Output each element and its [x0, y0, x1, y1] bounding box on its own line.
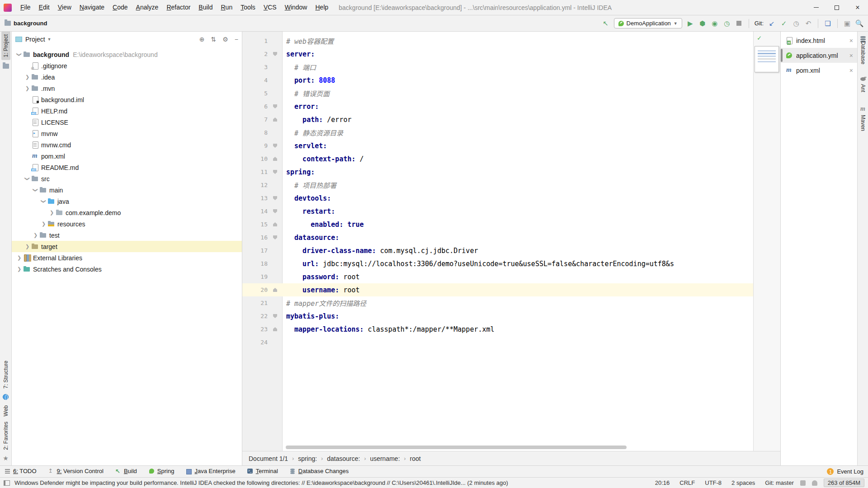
fold-open-icon[interactable] [273, 104, 277, 108]
code-line[interactable]: 16 datasource: [242, 231, 780, 244]
code-line[interactable]: 19 password: root [242, 270, 780, 283]
tool-button-ant[interactable]: Ant [859, 82, 868, 94]
menu-refactor[interactable]: Refactor [162, 0, 194, 15]
chevron-expanded-icon[interactable]: ❯ [41, 197, 47, 205]
menu-vcs[interactable]: VCS [259, 0, 281, 15]
tree-row[interactable]: ❯test [12, 230, 242, 241]
chevron-expanded-icon[interactable]: ❯ [24, 175, 30, 183]
fold-open-icon[interactable] [273, 235, 277, 239]
line-number[interactable]: 22 [242, 313, 268, 319]
line-number[interactable]: 9 [242, 142, 268, 149]
code-line[interactable]: 10 context-path: / [242, 152, 780, 165]
line-number[interactable]: 13 [242, 195, 268, 202]
git-rollback-icon[interactable]: ↶ [804, 19, 812, 28]
breadcrumb-item[interactable]: username: [370, 455, 400, 462]
breadcrumb-item[interactable]: Document 1/1 [249, 455, 288, 462]
tool-button-structure[interactable]: 7: Structure [1, 358, 10, 391]
menu-analyze[interactable]: Analyze [132, 0, 163, 15]
close-button[interactable]: × [847, 0, 868, 15]
settings-gear-icon[interactable]: ⚙ [222, 36, 228, 43]
git-history-icon[interactable]: ◷ [792, 19, 800, 28]
line-number[interactable]: 10 [242, 155, 268, 162]
code-line[interactable]: 11spring: [242, 165, 780, 178]
chevron-collapsed-icon[interactable]: ❯ [24, 85, 31, 91]
search-everywhere-icon[interactable]: 🔍 [855, 19, 863, 28]
tool-window-button-terminal[interactable]: Terminal [247, 468, 278, 474]
restore-layout-icon[interactable]: ▣ [843, 19, 851, 28]
breadcrumb-item[interactable]: spring: [298, 455, 317, 462]
menu-run[interactable]: Run [217, 0, 236, 15]
memory-indicator[interactable]: 263 of 854M [824, 479, 864, 487]
code-line[interactable]: 22mybatis-plus: [242, 310, 780, 323]
code-line[interactable]: 18 url: jdbc:mysql://localhost:3306/demo… [242, 257, 780, 270]
line-number[interactable]: 8 [242, 129, 268, 136]
line-number[interactable]: 19 [242, 273, 268, 280]
caret-position[interactable]: 20:16 [655, 479, 670, 486]
code-line[interactable]: 12 # 项目热部署 [242, 178, 780, 192]
tool-window-button-vcs[interactable]: 9: Version Control [48, 468, 104, 474]
code-line[interactable]: 15 enabled: true [242, 218, 780, 231]
code-line[interactable]: 23 mapper-locations: classpath*:/mapper/… [242, 323, 780, 336]
line-number[interactable]: 4 [242, 77, 268, 84]
line-number[interactable]: 23 [242, 326, 268, 333]
line-number[interactable]: 11 [242, 169, 268, 175]
status-message[interactable]: Windows Defender might be impacting your… [14, 479, 645, 486]
tab-close-icon[interactable]: × [848, 37, 854, 44]
tree-row[interactable]: ❯java [12, 196, 242, 207]
debug-button[interactable]: ⬢ [698, 19, 707, 28]
tool-button-maven[interactable]: Maven [859, 113, 868, 133]
line-number[interactable]: 15 [242, 221, 268, 228]
menu-build[interactable]: Build [194, 0, 217, 15]
fold-close-icon[interactable] [273, 157, 277, 161]
fold-close-icon[interactable] [273, 288, 277, 292]
tree-row[interactable]: .gitignore [12, 60, 242, 71]
fold-close-icon[interactable] [273, 222, 277, 226]
tool-window-button-spring[interactable]: Spring [149, 468, 175, 474]
code-line[interactable]: 17 driver-class-name: com.mysql.cj.jdbc.… [242, 244, 780, 257]
project-panel-title[interactable]: Project [25, 36, 45, 43]
chevron-collapsed-icon[interactable]: ❯ [32, 232, 39, 238]
tree-row[interactable]: ❯.mvn [12, 83, 242, 94]
tree-row[interactable]: ❯resources [12, 218, 242, 230]
editor-tab-pom-xml[interactable]: pom.xml× [781, 63, 857, 78]
code-line[interactable]: 9 servlet: [242, 139, 780, 152]
folder-tool-icon[interactable] [3, 64, 9, 69]
fold-open-icon[interactable] [273, 52, 277, 56]
tab-close-icon[interactable]: × [848, 52, 854, 59]
fold-open-icon[interactable] [273, 170, 277, 174]
tree-row[interactable]: ❯main [12, 184, 242, 196]
project-structure-icon[interactable]: ❏ [824, 19, 832, 28]
menu-tools[interactable]: Tools [236, 0, 259, 15]
menu-edit[interactable]: Edit [35, 0, 54, 15]
chevron-expanded-icon[interactable]: ❯ [16, 51, 22, 58]
fold-open-icon[interactable] [273, 209, 277, 213]
line-number[interactable]: 6 [242, 103, 268, 110]
tree-row[interactable]: mvnw [12, 128, 242, 139]
fold-open-icon[interactable] [273, 144, 277, 148]
fold-open-icon[interactable] [273, 196, 277, 200]
line-number[interactable]: 18 [242, 260, 268, 267]
chevron-expanded-icon[interactable]: ❯ [33, 186, 38, 194]
code-line[interactable]: 6 error: [242, 100, 780, 113]
locate-file-icon[interactable]: ⊕ [199, 36, 205, 43]
git-branch-indicator[interactable]: Git: master [765, 479, 794, 486]
line-number[interactable]: 1 [242, 38, 268, 44]
tool-window-button-db[interactable]: Database Changes [290, 468, 349, 474]
code-line[interactable]: 13 devtools: [242, 192, 780, 205]
line-number[interactable]: 16 [242, 234, 268, 241]
tree-row[interactable]: ❯External Libraries [12, 252, 242, 263]
code-line[interactable]: 14 restart: [242, 205, 780, 218]
reader-mode-icon[interactable] [800, 480, 806, 486]
chevron-collapsed-icon[interactable]: ❯ [24, 74, 31, 80]
chevron-collapsed-icon[interactable]: ❯ [40, 221, 47, 227]
tree-row[interactable]: ❯target [12, 241, 242, 252]
code-line[interactable]: 1# web容器配置 [242, 34, 780, 47]
code-line[interactable]: 20 username: root [242, 283, 780, 296]
menu-help[interactable]: Help [311, 0, 332, 15]
code-line[interactable]: 21# mapper文件的扫描路径 [242, 296, 780, 310]
tree-row[interactable]: ❯backgroundE:\ideaworkspace\background [12, 49, 242, 60]
tree-row[interactable]: mvnw.cmd [12, 139, 242, 150]
tool-window-button-build[interactable]: Build [115, 468, 137, 474]
stop-button[interactable] [735, 19, 743, 28]
coverage-button[interactable]: ◉ [711, 19, 719, 28]
